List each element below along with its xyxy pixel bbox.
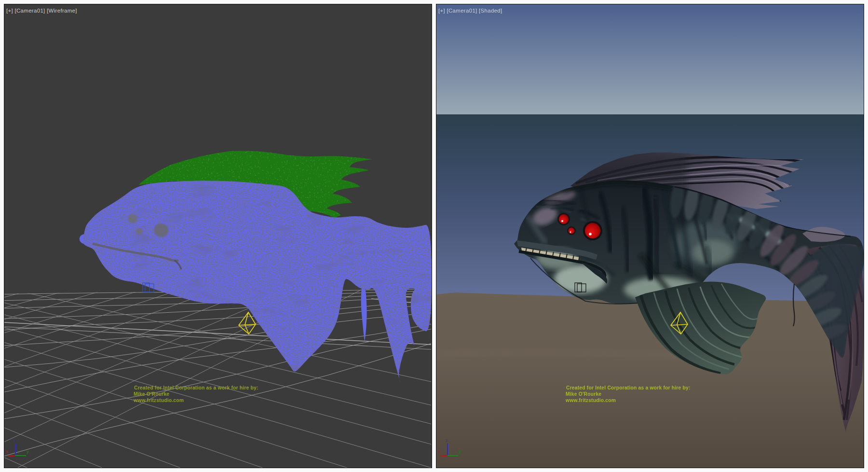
svg-text:x: x [438, 449, 440, 454]
svg-text:www.fritzstudio.com: www.fritzstudio.com [133, 398, 184, 403]
svg-text:y: y [459, 449, 461, 454]
svg-text:Mike O'Rourke: Mike O'Rourke [134, 391, 169, 397]
svg-text:[+] [Camera01] [Shaded]: [+] [Camera01] [Shaded] [438, 8, 502, 14]
svg-text:z: z [446, 438, 448, 443]
svg-text:y: y [27, 449, 29, 454]
svg-text:www.fritzstudio.com: www.fritzstudio.com [565, 398, 616, 403]
svg-text:Created for Intel Corporation: Created for Intel Corporation as a work … [134, 385, 258, 390]
svg-text:x: x [6, 449, 8, 454]
svg-text:[+] [Camera01] [Wireframe]: [+] [Camera01] [Wireframe] [6, 8, 77, 14]
svg-text:Created for Intel Corporation: Created for Intel Corporation as a work … [566, 385, 691, 390]
svg-text:Mike O'Rourke: Mike O'Rourke [566, 391, 601, 397]
svg-text:z: z [14, 438, 16, 443]
